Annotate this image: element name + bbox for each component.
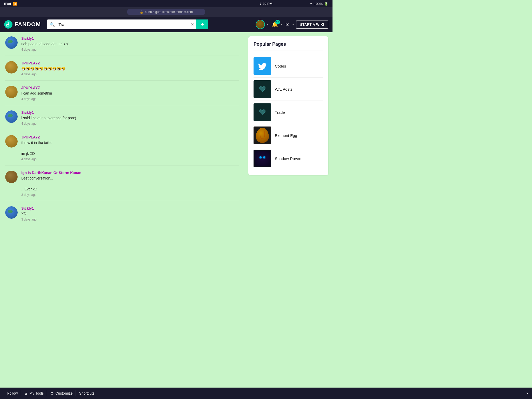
search-go-button[interactable] xyxy=(196,19,208,29)
mail-button[interactable]: ✉ xyxy=(284,21,290,28)
chat-body: JPUPLAYZ I can add somethin 4 days ago xyxy=(21,86,239,101)
fandom-logo-text: FANDOM xyxy=(15,21,41,28)
username[interactable]: Sickly1 xyxy=(21,206,239,210)
message-time: 4 days ago xyxy=(21,48,239,51)
chat-body: Sickly1 nah poo and soda dont mix :( 4 d… xyxy=(21,36,239,51)
avatar-dropdown-arrow[interactable]: ▾ xyxy=(267,23,268,26)
dog-avatar xyxy=(5,135,18,148)
raven-eye-left xyxy=(260,156,262,158)
chat-message: Sickly1 i said i have no tolerence for p… xyxy=(5,110,239,130)
raven-visual xyxy=(255,151,270,166)
chat-message: JPUPLAYZ 🤧🤧🤧🤧🤧🤧🤧🤧🤧🤧 4 days ago xyxy=(5,61,239,81)
search-input[interactable] xyxy=(57,19,189,29)
user-avatar-button[interactable] xyxy=(256,20,265,29)
earth-avatar xyxy=(5,206,18,219)
start-wiki-button[interactable]: START A WIKI xyxy=(296,21,328,29)
status-time: 7:39 PM xyxy=(260,2,272,6)
message-text: 🤧🤧🤧🤧🤧🤧🤧🤧🤧🤧 xyxy=(21,66,239,71)
egg-visual xyxy=(256,128,269,143)
chat-message: Sickly1 nah poo and soda dont mix :( 4 d… xyxy=(5,36,239,56)
popular-pages-title: Popular Pages xyxy=(254,42,323,50)
wl-thumbnail xyxy=(254,80,271,98)
popular-page-item-egg[interactable]: Element Egg xyxy=(254,124,323,147)
fandom-navbar: FANDOM 🔍 ✕ ▾ 🔔 13 ▾ ✉ ▾ START A WIKI xyxy=(0,17,332,32)
message-time: 4 days ago xyxy=(21,72,239,76)
egg-label: Element Egg xyxy=(275,133,297,138)
username[interactable]: JPUPLAYZ xyxy=(21,61,239,65)
message-time: 4 days ago xyxy=(21,97,239,101)
username[interactable]: Sickly1 xyxy=(21,36,239,41)
message-text: Best conversation..... Ever xD xyxy=(21,176,239,192)
egg-thumbnail xyxy=(254,127,271,144)
message-time: 4 days ago xyxy=(21,122,239,125)
chat-message: Ign is DarthKanan Or Storm Kanan Best co… xyxy=(5,171,239,201)
status-bar: iPad 📶 7:39 PM ✦ 100% 🔋 xyxy=(0,0,332,7)
username[interactable]: Sickly1 xyxy=(21,110,239,115)
fandom-logo[interactable]: FANDOM xyxy=(4,20,41,29)
nav-right: ▾ 🔔 13 ▾ ✉ ▾ START A WIKI xyxy=(256,20,328,29)
message-text: i said i have no tolerence for poo:( xyxy=(21,115,239,121)
fandom-logo-icon xyxy=(4,20,12,29)
wl-label: W/L Posts xyxy=(275,87,292,91)
chat-body: JPUPLAYZ 🤧🤧🤧🤧🤧🤧🤧🤧🤧🤧 4 days ago xyxy=(21,61,239,76)
search-icon-button[interactable]: 🔍 xyxy=(47,19,57,29)
avatar xyxy=(5,135,18,148)
popular-pages-card: Popular Pages Codes W/L Posts xyxy=(248,36,328,175)
message-time: 3 days ago xyxy=(21,218,239,221)
trade-label: Trade xyxy=(275,110,285,115)
raven-eyes xyxy=(260,156,265,158)
chat-body: JPUPLAYZ throw it in the toiletim jk XD … xyxy=(21,135,239,161)
notifications-badge: 13 xyxy=(275,20,280,24)
dog-avatar xyxy=(5,61,18,74)
chat-body: Sickly1 XD 3 days ago xyxy=(21,206,239,221)
message-text: I can add somethin xyxy=(21,91,239,96)
message-time: 3 days ago xyxy=(21,193,239,197)
chat-feed: Sickly1 nah poo and soda dont mix :( 4 d… xyxy=(0,32,244,235)
chat-message: Sickly1 XD 3 days ago xyxy=(5,206,239,225)
avatar xyxy=(5,86,18,98)
status-right: ✦ 100% 🔋 xyxy=(310,2,328,6)
raven-eye-right xyxy=(263,156,265,158)
username[interactable]: JPUPLAYZ xyxy=(21,135,239,139)
popular-page-item-raven[interactable]: Shadow Raven xyxy=(254,147,323,170)
egg-crack xyxy=(260,131,265,139)
lock-icon: 🔒 xyxy=(140,10,143,14)
trade-thumbnail xyxy=(254,103,271,121)
dog-avatar xyxy=(5,86,18,98)
raven-label: Shadow Raven xyxy=(275,156,301,161)
earth-avatar xyxy=(5,110,18,123)
message-time: 4 days ago xyxy=(21,157,239,161)
popular-page-item-codes[interactable]: Codes xyxy=(254,55,323,78)
search-clear-button[interactable]: ✕ xyxy=(189,19,196,29)
battery-label: 100% xyxy=(314,2,323,6)
notifications-button[interactable]: 🔔 13 xyxy=(270,20,279,29)
bluetooth-icon: ✦ xyxy=(310,2,312,6)
codes-label: Codes xyxy=(275,64,286,68)
main-content: Sickly1 nah poo and soda dont mix :( 4 d… xyxy=(0,32,332,235)
earth-avatar xyxy=(5,36,18,49)
mail-dropdown-arrow[interactable]: ▾ xyxy=(292,23,294,26)
search-container: 🔍 ✕ xyxy=(47,19,208,29)
notif-dropdown-arrow[interactable]: ▾ xyxy=(281,23,282,26)
battery-icon: 🔋 xyxy=(324,2,328,6)
chat-body: Ign is DarthKanan Or Storm Kanan Best co… xyxy=(21,171,239,197)
browser-url-bar[interactable]: 🔒 bubble-gum-simulator.fandom.com xyxy=(127,9,205,15)
avatar xyxy=(5,171,18,183)
chat-body: Sickly1 i said i have no tolerence for p… xyxy=(21,110,239,125)
sidebar: Popular Pages Codes W/L Posts xyxy=(244,32,332,235)
raven-thumbnail xyxy=(254,150,271,167)
cat-avatar xyxy=(5,171,18,183)
status-left: iPad 📶 xyxy=(4,2,17,6)
url-text: bubble-gum-simulator.fandom.com xyxy=(145,10,193,14)
chat-message: JPUPLAYZ throw it in the toiletim jk XD … xyxy=(5,135,239,165)
popular-page-item-trade[interactable]: Trade xyxy=(254,101,323,124)
message-text: nah poo and soda dont mix :( xyxy=(21,41,239,47)
avatar-image xyxy=(256,20,264,29)
username[interactable]: Ign is DarthKanan Or Storm Kanan xyxy=(21,171,239,175)
username[interactable]: JPUPLAYZ xyxy=(21,86,239,90)
avatar xyxy=(5,36,18,49)
popular-page-item-wl[interactable]: W/L Posts xyxy=(254,78,323,101)
browser-bar: 🔒 bubble-gum-simulator.fandom.com xyxy=(0,7,332,17)
avatar xyxy=(5,206,18,219)
chat-message: JPUPLAYZ I can add somethin 4 days ago xyxy=(5,86,239,105)
